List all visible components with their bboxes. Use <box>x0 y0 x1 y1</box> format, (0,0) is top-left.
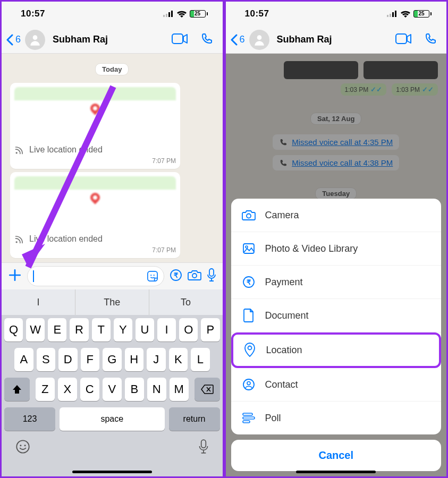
key-l[interactable]: L <box>191 348 210 371</box>
back-button[interactable]: 6 <box>230 34 245 46</box>
key-v[interactable]: V <box>103 378 122 401</box>
key-g[interactable]: G <box>103 348 122 371</box>
key-y[interactable]: Y <box>114 318 132 342</box>
sheet-option-camera[interactable]: Camera <box>231 199 442 232</box>
sheet-option-location[interactable]: Location <box>232 334 441 367</box>
home-indicator[interactable] <box>296 471 376 473</box>
key-t[interactable]: T <box>92 318 111 342</box>
numeric-key[interactable]: 123 <box>4 407 55 431</box>
svg-point-34 <box>247 382 250 385</box>
sheet-option-contact[interactable]: Contact <box>231 368 442 402</box>
svg-rect-26 <box>396 34 407 44</box>
key-b[interactable]: B <box>125 378 144 401</box>
message-time: 7:07 PM <box>14 246 176 254</box>
emoji-key[interactable] <box>15 439 30 456</box>
keyboard-suggestions: I The To <box>2 289 223 315</box>
video-icon <box>395 33 411 44</box>
svg-text:₹: ₹ <box>174 271 179 279</box>
image-icon <box>242 242 256 255</box>
key-h[interactable]: H <box>125 348 144 371</box>
svg-point-27 <box>247 214 251 218</box>
shift-key[interactable] <box>4 378 30 401</box>
space-key[interactable]: space <box>60 407 165 431</box>
key-e[interactable]: E <box>48 318 66 342</box>
video-call-button[interactable] <box>390 33 417 46</box>
voice-call-button[interactable] <box>195 32 218 47</box>
key-o[interactable]: O <box>179 318 198 342</box>
payment-button[interactable]: ₹ <box>170 269 182 284</box>
key-u[interactable]: U <box>136 318 154 342</box>
key-f[interactable]: F <box>81 348 100 371</box>
avatar[interactable] <box>25 30 45 50</box>
svg-point-29 <box>246 246 248 248</box>
camera-button[interactable] <box>188 269 201 283</box>
suggestion[interactable]: To <box>149 289 223 315</box>
key-j[interactable]: J <box>147 348 166 371</box>
live-location-icon <box>14 234 25 244</box>
return-key[interactable]: return <box>169 407 220 431</box>
key-r[interactable]: R <box>70 318 88 342</box>
status-icons: 25 <box>387 10 432 18</box>
key-a[interactable]: A <box>14 348 33 371</box>
suggestion[interactable]: The <box>75 289 149 315</box>
sheet-option-label: Contact <box>265 379 298 390</box>
rupee-icon: ₹ <box>242 275 256 289</box>
backspace-icon <box>201 385 214 394</box>
contact-name[interactable]: Subham Raj <box>277 34 388 45</box>
key-w[interactable]: W <box>26 318 45 342</box>
backspace-key[interactable] <box>195 378 220 401</box>
key-x[interactable]: X <box>58 378 77 401</box>
avatar[interactable] <box>249 30 269 50</box>
key-q[interactable]: Q <box>4 318 23 342</box>
sheet-option-document[interactable]: Document <box>231 299 442 332</box>
svg-rect-0 <box>163 15 165 17</box>
message-bubble[interactable]: Live location ended 7:07 PM <box>10 83 180 169</box>
message-bubble[interactable]: Live location ended 7:07 PM <box>10 172 180 258</box>
key-n[interactable]: N <box>147 378 166 401</box>
key-d[interactable]: D <box>58 348 78 371</box>
cellular-icon <box>163 11 174 17</box>
svg-rect-5 <box>172 34 183 44</box>
dictation-key[interactable] <box>198 439 209 456</box>
chevron-left-icon <box>6 34 13 46</box>
back-button[interactable]: 6 <box>6 34 21 46</box>
svg-rect-24 <box>395 11 396 17</box>
status-bar: 10:57 25 <box>226 2 447 26</box>
sheet-option-photo-library[interactable]: Photo & Video Library <box>231 232 442 266</box>
mic-icon <box>198 439 209 454</box>
voice-call-button[interactable] <box>419 32 442 47</box>
chat-body[interactable]: Today Live location ended 7:07 PM Live l… <box>2 54 223 267</box>
keyboard[interactable]: I The To QWERTYUIOP ASDFGHJKL ZXCVBNM 12… <box>2 289 223 476</box>
sheet-option-label: Poll <box>265 413 281 424</box>
svg-point-6 <box>16 152 18 153</box>
date-divider: Today <box>95 63 129 75</box>
key-s[interactable]: S <box>37 348 56 371</box>
contact-icon <box>242 378 256 391</box>
video-call-button[interactable] <box>166 33 193 46</box>
contact-name[interactable]: Subham Raj <box>53 34 164 45</box>
attach-button[interactable] <box>8 268 22 284</box>
keyboard-bottom-row <box>2 434 223 468</box>
camera-icon <box>188 269 201 281</box>
svg-point-32 <box>248 346 251 350</box>
key-z[interactable]: Z <box>36 378 55 401</box>
sheet-option-payment[interactable]: ₹ Payment <box>231 266 442 299</box>
sticker-icon[interactable] <box>147 270 158 282</box>
map-pin-icon <box>88 191 102 204</box>
svg-point-25 <box>257 35 261 40</box>
sheet-options: Camera Photo & Video Library ₹ Payment D… <box>231 199 442 434</box>
key-k[interactable]: K <box>169 348 188 371</box>
sheet-option-poll[interactable]: Poll <box>231 402 442 434</box>
location-text: Live location ended <box>29 234 103 244</box>
svg-rect-36 <box>243 417 255 419</box>
key-m[interactable]: M <box>170 378 189 401</box>
message-input[interactable] <box>27 266 164 286</box>
key-c[interactable]: C <box>80 378 99 401</box>
home-indicator[interactable] <box>72 471 152 473</box>
sheet-cancel-button[interactable]: Cancel <box>231 440 442 471</box>
mic-button[interactable] <box>207 268 216 284</box>
phone-icon <box>200 32 213 45</box>
key-p[interactable]: P <box>201 318 219 342</box>
key-i[interactable]: I <box>157 318 176 342</box>
suggestion[interactable]: I <box>2 289 75 315</box>
